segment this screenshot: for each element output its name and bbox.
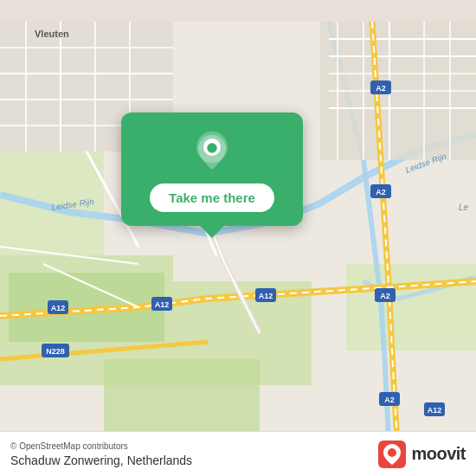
moovit-text: moovit <box>411 444 466 464</box>
svg-rect-6 <box>346 264 476 351</box>
take-me-there-button[interactable]: Take me there <box>150 183 274 212</box>
svg-text:A12: A12 <box>51 304 66 312</box>
moovit-logo[interactable]: moovit <box>378 441 466 468</box>
svg-text:A2: A2 <box>384 396 395 404</box>
map-container: A2 A2 A2 A2 A12 A12 A12 A12 N228 Leidse … <box>0 0 476 476</box>
svg-text:A2: A2 <box>380 292 390 300</box>
svg-point-56 <box>388 448 396 457</box>
svg-text:A12: A12 <box>428 406 442 415</box>
pin-icon <box>190 130 235 175</box>
svg-text:A12: A12 <box>259 292 273 300</box>
location-name: Schaduw Zonwering, Netherlands <box>10 453 192 467</box>
svg-text:N228: N228 <box>46 347 65 356</box>
svg-text:Vleuten: Vleuten <box>35 29 69 39</box>
copyright-text: © OpenStreetMap contributors <box>10 441 192 451</box>
bottom-left: © OpenStreetMap contributors Schaduw Zon… <box>10 441 192 467</box>
svg-text:A12: A12 <box>155 300 170 309</box>
svg-text:Le: Le <box>459 203 469 212</box>
svg-point-55 <box>206 142 218 154</box>
location-card: Take me there <box>121 113 303 226</box>
svg-text:A2: A2 <box>376 188 386 196</box>
svg-text:A2: A2 <box>376 84 386 93</box>
bottom-bar: © OpenStreetMap contributors Schaduw Zon… <box>0 431 476 476</box>
moovit-icon <box>378 441 406 468</box>
map-background: A2 A2 A2 A2 A12 A12 A12 A12 N228 Leidse … <box>0 0 476 476</box>
